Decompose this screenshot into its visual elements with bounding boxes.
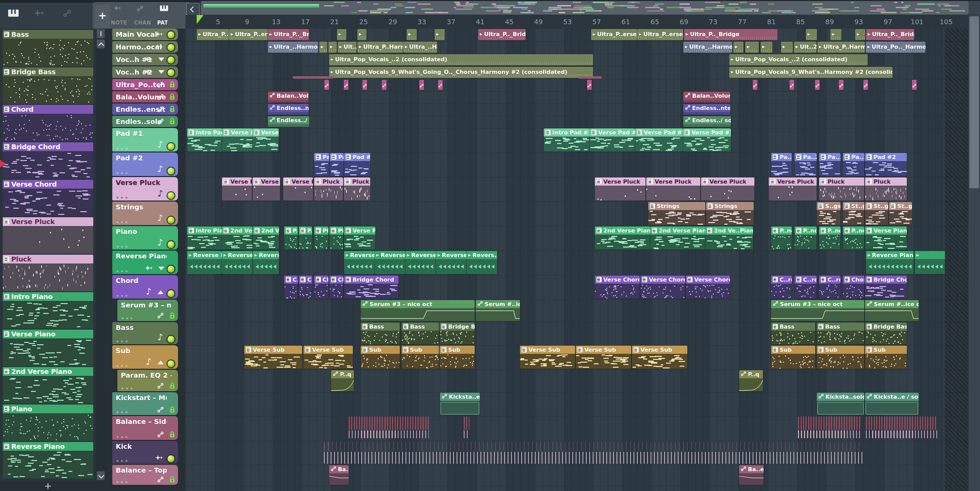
pattern-clip[interactable]: S..gs bbox=[817, 202, 840, 225]
lock-icon[interactable] bbox=[169, 81, 175, 89]
automation-clip-small[interactable] bbox=[344, 80, 348, 90]
pattern-clip[interactable]: Sub bbox=[865, 346, 907, 369]
mute-led[interactable] bbox=[167, 289, 175, 298]
pattern-item-2nd-verse-piano[interactable]: 2nd Verse Piano bbox=[3, 367, 93, 403]
pattern-item-verse-pluck[interactable]: Verse Pluck bbox=[3, 217, 93, 253]
track-options-dots[interactable]: ▪ ▪ ▪ bbox=[116, 480, 128, 483]
audio-clip[interactable]: ▸ bbox=[319, 41, 327, 53]
automation-clip-small[interactable] bbox=[815, 80, 820, 90]
automation-clip-small[interactable] bbox=[324, 80, 329, 90]
pattern-clip[interactable]: Sub bbox=[440, 346, 475, 369]
audio-clip[interactable]: ▸Ultra_..Harmon bbox=[683, 41, 732, 53]
audio-clip[interactable]: ▸Ultra_P.._Bridge bbox=[268, 29, 309, 40]
pattern-item-header[interactable]: Bass bbox=[3, 30, 93, 39]
playlist-vertical-scrollbar[interactable] bbox=[969, 15, 980, 491]
chevron-down-icon[interactable] bbox=[158, 57, 164, 61]
track-header-endles-ensit[interactable]: Endles..ensit bbox=[112, 104, 178, 115]
automation-clip[interactable]: Endless../ solo bbox=[683, 116, 731, 127]
audio-clip[interactable]: ▸Reverse Piano bbox=[436, 251, 466, 274]
scrollbar-thumb[interactable] bbox=[969, 16, 979, 188]
automation-clip-small[interactable] bbox=[912, 80, 917, 90]
pattern-clip[interactable]: P..no bbox=[771, 226, 792, 250]
track-header-reverse-piano[interactable]: Reverse Piano▪ ▪ ▪ bbox=[112, 250, 178, 274]
pattern-item-header[interactable]: Pluck bbox=[3, 255, 93, 263]
playlist-row-23[interactable]: Ba..eBa..e bbox=[185, 465, 969, 486]
playlist-row-15[interactable]: C..rdC..rdChordChordBridge ChordVerse Ch… bbox=[185, 275, 969, 300]
pattern-item-bridge-bass[interactable]: Bridge Bass bbox=[3, 67, 93, 104]
automation-clip[interactable]: Endless..ntensit bbox=[268, 104, 309, 115]
audio-clip[interactable]: ▸Ultra_Pop_Vocals_..2 (consolidated) bbox=[329, 54, 593, 65]
automation-clip[interactable]: Serum #..ice oct bbox=[865, 300, 919, 321]
audio-clip[interactable]: ▸Reverse Piano bbox=[866, 251, 914, 274]
audio-clip[interactable]: ▸Reverse Piano bbox=[187, 251, 222, 274]
automation-clip[interactable]: P..q bbox=[739, 370, 763, 391]
track-header-voc-h-#1[interactable]: Voc..h #1 bbox=[112, 54, 178, 65]
pattern-item-header[interactable]: Verse Chord bbox=[3, 180, 93, 189]
mute-led[interactable] bbox=[167, 142, 175, 151]
lock-icon[interactable] bbox=[169, 383, 175, 391]
audio-clip[interactable]: ▸ bbox=[407, 29, 417, 40]
playlist-row-13[interactable]: Intro Piano2nd Verse Piano2nd Ve..PianoP… bbox=[185, 226, 969, 251]
playlist-row-5[interactable] bbox=[185, 79, 969, 92]
track-header-bala-volume[interactable]: Bala..Volume bbox=[112, 91, 178, 102]
pattern-clip[interactable]: Verse Pad #1 bbox=[590, 128, 635, 151]
track-options-dots[interactable]: ▪ ▪ ▪ bbox=[116, 364, 128, 367]
pattern-clip[interactable]: Piano bbox=[314, 226, 328, 250]
playlist-row-1[interactable]: ▸Ultra_P..erse_1▸Ultra_P..erse_2▸Ultra_P… bbox=[185, 29, 969, 41]
pattern-item-header[interactable]: Piano bbox=[3, 405, 93, 413]
pattern-clip[interactable]: Verse Sub bbox=[520, 346, 575, 369]
automation-clip-small[interactable] bbox=[363, 80, 367, 90]
playlist-row-20[interactable]: Kicksta..e / soloKicksta..solo #2Kicksta… bbox=[185, 392, 969, 416]
pattern-clip[interactable]: Bridge Bass bbox=[440, 322, 475, 344]
audio-clip[interactable]: ▸ bbox=[830, 29, 842, 40]
pattern-clip[interactable]: P..no bbox=[284, 226, 298, 250]
playlist-row-17[interactable]: BassBassBridge BassBassBassBridge Bass bbox=[185, 322, 969, 346]
audio-clip[interactable]: ▸Ultra_P..Harmoni bbox=[817, 41, 865, 53]
automation-clip[interactable]: Serum #3 – nice oct bbox=[361, 300, 475, 321]
lock-icon[interactable] bbox=[169, 312, 175, 320]
pattern-clip[interactable]: 2nd Ve..Piano bbox=[705, 226, 753, 250]
track-options-dots[interactable]: ▪ ▪ ▪ bbox=[116, 147, 128, 150]
automation-clip[interactable]: Endless../ solo bbox=[268, 116, 309, 127]
pattern-clip[interactable]: C..rd bbox=[771, 276, 792, 299]
pattern-clip[interactable]: Verse Pluck bbox=[769, 177, 817, 201]
automation-clip[interactable]: Serum #3 – nice oct bbox=[771, 300, 864, 321]
track-options-dots[interactable]: ▪ ▪ ▪ bbox=[116, 459, 128, 462]
automation-clip[interactable]: Balan..Volume bbox=[268, 92, 309, 102]
audio-clip[interactable]: ▸Ult..2 bbox=[794, 41, 817, 53]
pattern-item-header[interactable]: Intro Piano bbox=[3, 292, 93, 301]
track-header-param-eq-2-su-[interactable]: Param. EQ 2 – Su..▪ ▪ ▪ bbox=[118, 370, 178, 391]
mode-tab-pat[interactable]: PAT bbox=[157, 20, 168, 26]
pattern-clip[interactable]: Sub bbox=[771, 346, 815, 369]
mode-tab-note[interactable]: NOTE bbox=[111, 20, 127, 26]
audio-clip[interactable]: ▸ bbox=[855, 29, 865, 40]
pattern-clip[interactable]: Verse Pluck bbox=[222, 177, 252, 201]
track-options-dots[interactable]: ▪ ▪ ▪ bbox=[116, 410, 128, 414]
pattern-clip[interactable]: Verse Chord bbox=[640, 276, 685, 299]
playlist-row-10[interactable]: Pa..2Pa..2Pad #2Pa..2Pa..2Pa..2Pa..2Pad … bbox=[185, 153, 969, 177]
track-header-ultra-po-tch[interactable]: Ultra_Po..tch bbox=[112, 79, 178, 90]
automation-clip-small[interactable] bbox=[839, 80, 843, 90]
audio-clip[interactable]: ▸Ultra_P..erse_1 bbox=[197, 29, 229, 40]
pattern-clip[interactable]: Verse Sub bbox=[244, 346, 302, 369]
automation-clip[interactable]: Serum #..ice oct bbox=[476, 300, 520, 321]
pattern-clip[interactable]: Strings bbox=[706, 202, 754, 225]
pattern-clip[interactable]: 2nd Ve..Piano bbox=[253, 226, 279, 250]
lock-icon[interactable] bbox=[169, 105, 175, 114]
pattern-clip[interactable]: C..rd bbox=[284, 276, 298, 299]
mode-tab-chan[interactable]: CHAN bbox=[134, 20, 151, 26]
audio-clip[interactable]: ▸ bbox=[328, 41, 337, 53]
lock-icon[interactable] bbox=[169, 118, 175, 126]
track-header-main-vocal[interactable]: Main Vocal bbox=[112, 29, 178, 40]
picker-scrollbar[interactable] bbox=[96, 29, 105, 481]
mute-led[interactable] bbox=[167, 360, 175, 368]
audio-clip[interactable]: ▸ bbox=[806, 29, 817, 40]
playlist-row-9[interactable]: Intro Pad #1Verse Pad #1Verse Pad #1Intr… bbox=[185, 128, 969, 153]
mute-led[interactable] bbox=[167, 56, 175, 64]
picker-scroll-top-button[interactable] bbox=[97, 29, 105, 38]
pattern-clip[interactable]: Pluck bbox=[344, 177, 370, 201]
audio-clip[interactable]: ▸ bbox=[337, 29, 347, 40]
pattern-item-bass[interactable]: Bass bbox=[3, 30, 93, 66]
pattern-clip[interactable]: C..rd bbox=[795, 276, 817, 299]
playlist-row-12[interactable]: StringsStringsS..gsSt..gsSt..gsSt..gs bbox=[185, 202, 969, 226]
